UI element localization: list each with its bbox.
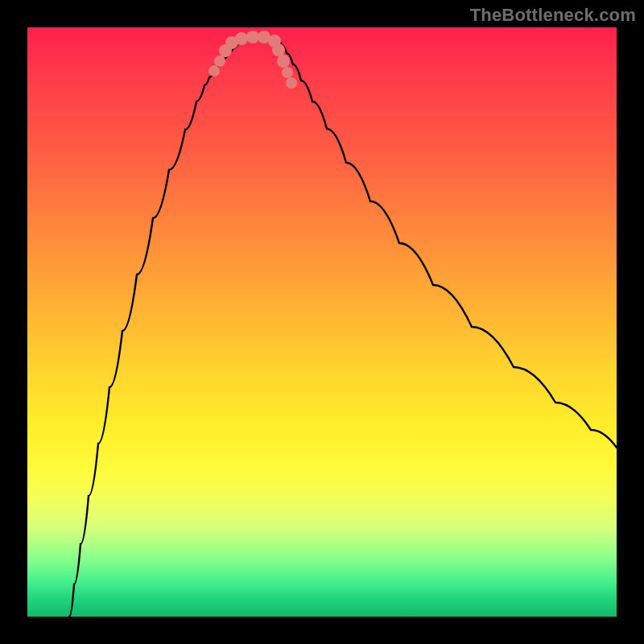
valley-marker [235,32,248,45]
plot-area [27,27,617,617]
valley-marker [277,55,290,68]
valley-marker [272,43,285,56]
curve-left-branch [69,40,243,617]
valley-marker [214,56,225,67]
curve-layer [27,27,617,617]
chart-stage: TheBottleneck.com [0,0,644,644]
valley-marker [286,77,297,89]
valley-marker [208,65,220,76]
valley-marker [246,31,259,43]
watermark-text: TheBottleneck.com [470,5,636,26]
curve-right-branch [277,40,617,448]
valley-marker [282,67,293,78]
valley-markers [208,31,297,89]
